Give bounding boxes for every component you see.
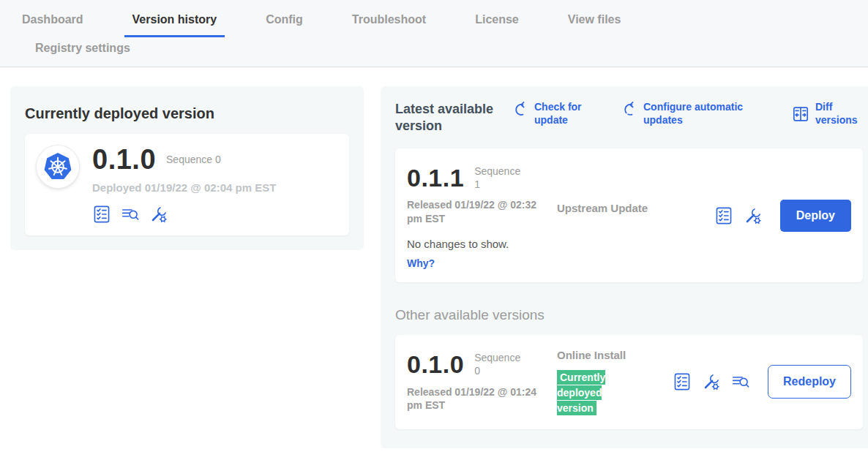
- why-link[interactable]: Why?: [407, 257, 557, 269]
- diff-versions-link[interactable]: Diff versions: [792, 101, 863, 127]
- latest-version-number: 0.1.1: [407, 165, 464, 190]
- other-version-info: 0.1.0 Sequence 0 Released 01/19/22 @ 01:…: [407, 348, 557, 412]
- other-version-actions: Redeploy: [673, 365, 851, 399]
- top-nav: Dashboard Version history Config Trouble…: [0, 0, 868, 67]
- tab-version-history[interactable]: Version history: [124, 0, 225, 37]
- other-source-column: Online Install Currently deployed versio…: [557, 348, 673, 416]
- view-logs-icon[interactable]: [121, 205, 140, 224]
- latest-source-label: Upstream Update: [557, 162, 673, 216]
- latest-changes-note: No changes to show.: [407, 238, 557, 250]
- latest-version-actions: Deploy: [714, 200, 851, 232]
- tab-dashboard[interactable]: Dashboard: [14, 0, 91, 37]
- currently-deployed-panel: Currently deployed version: [10, 86, 364, 250]
- latest-available-panel: Latest available version Check for updat…: [381, 86, 868, 448]
- redeploy-button[interactable]: Redeploy: [768, 365, 851, 399]
- preflight-checks-icon[interactable]: [673, 372, 692, 391]
- latest-version-info: 0.1.1 Sequence 1 Released 01/19/22 @ 02:…: [407, 162, 557, 269]
- deployed-version-info: 0.1.0 Sequence 0 Deployed 01/19/22 @ 02:…: [92, 146, 276, 224]
- tab-troubleshoot[interactable]: Troubleshoot: [344, 0, 434, 37]
- kubernetes-icon: [37, 146, 79, 188]
- tab-view-files[interactable]: View files: [560, 0, 629, 37]
- tab-license[interactable]: License: [467, 0, 527, 37]
- view-logs-icon[interactable]: [731, 372, 750, 391]
- deployed-version-number: 0.1.0: [92, 146, 156, 173]
- other-sequence-label: Sequence 0: [474, 351, 527, 377]
- edit-config-icon[interactable]: [744, 206, 763, 225]
- tab-registry-settings[interactable]: Registry settings: [27, 37, 138, 67]
- preflight-checks-icon[interactable]: [92, 205, 111, 224]
- currently-deployed-title: Currently deployed version: [25, 105, 349, 122]
- latest-available-header: Latest available version Check for updat…: [395, 101, 863, 134]
- tab-row-primary: Dashboard Version history Config Trouble…: [14, 0, 868, 37]
- latest-sequence-label: Sequence 1: [474, 165, 527, 191]
- check-for-update-link[interactable]: Check for update: [511, 101, 587, 127]
- header-actions: Check for update Configure automatic upd…: [511, 101, 863, 127]
- preflight-checks-icon[interactable]: [714, 206, 733, 225]
- other-source-label: Online Install: [557, 348, 673, 363]
- deployed-actions: [92, 205, 276, 224]
- auto-update-icon: [620, 101, 637, 118]
- version-card-other: 0.1.0 Sequence 0 Released 01/19/22 @ 01:…: [395, 335, 863, 429]
- refresh-icon: [511, 101, 528, 118]
- tab-row-secondary: Registry settings: [14, 37, 868, 67]
- latest-released-timestamp: Released 01/19/22 @ 02:32 pm EST: [407, 198, 537, 226]
- status-badge-wrap: Currently deployed version: [557, 370, 617, 416]
- configure-automatic-updates-link[interactable]: Configure automatic updates: [620, 101, 759, 127]
- deployed-version-card: 0.1.0 Sequence 0 Deployed 01/19/22 @ 02:…: [25, 134, 349, 235]
- tab-config[interactable]: Config: [258, 0, 311, 37]
- deploy-button[interactable]: Deploy: [780, 200, 851, 232]
- edit-config-icon[interactable]: [702, 372, 721, 391]
- deployed-sequence-label: Sequence 0: [166, 154, 221, 165]
- latest-available-title: Latest available version: [395, 101, 505, 134]
- currently-deployed-badge: Currently deployed version: [557, 370, 605, 415]
- diff-versions-icon: [792, 105, 809, 123]
- edit-config-icon[interactable]: [149, 205, 168, 224]
- deployed-timestamp: Deployed 01/19/22 @ 02:04 pm EST: [92, 181, 276, 194]
- other-version-number: 0.1.0: [407, 352, 464, 377]
- other-versions-heading: Other available versions: [395, 307, 863, 323]
- content: Currently deployed version: [0, 67, 868, 448]
- other-released-timestamp: Released 01/19/22 @ 01:24 pm EST: [407, 385, 537, 413]
- version-card-latest: 0.1.1 Sequence 1 Released 01/19/22 @ 02:…: [395, 148, 863, 282]
